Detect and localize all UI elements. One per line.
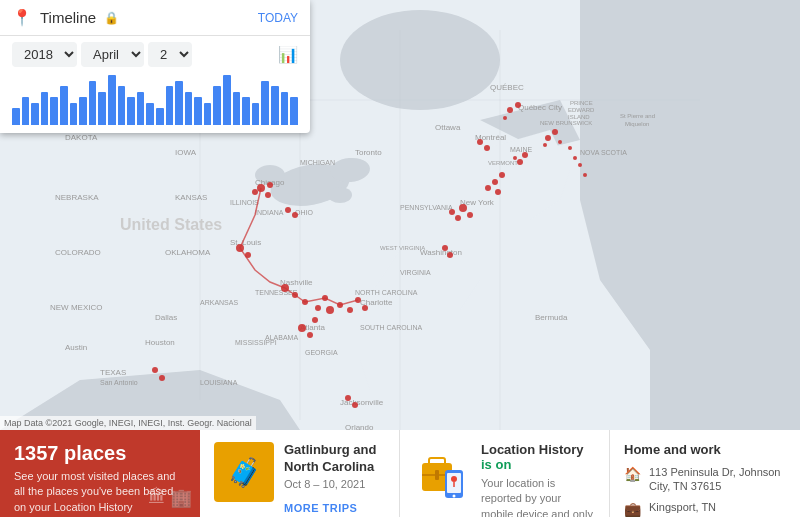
chart-bar — [89, 81, 97, 125]
svg-point-66 — [292, 212, 298, 218]
timeline-title: Timeline — [40, 9, 96, 26]
location-history-description: Your location is reported by your mobile… — [481, 476, 595, 517]
chart-bar — [60, 86, 68, 125]
map-container[interactable]: DAKOTA SOUTH DAKOTA NEBRASKA COLORADO NE… — [0, 0, 800, 430]
svg-text:Dallas: Dallas — [155, 313, 177, 322]
location-pin-icon: 📍 — [12, 8, 32, 27]
chart-bar — [290, 97, 298, 125]
chart-bar — [50, 97, 58, 125]
date-selectors: 2018 April 2 📊 — [0, 36, 310, 73]
today-button[interactable]: TODAY — [258, 11, 298, 25]
lh-title-text: Location History — [481, 442, 584, 457]
chart-bar — [233, 92, 241, 125]
chart-bar — [41, 92, 49, 125]
chart-bar — [22, 97, 30, 125]
chart-bar — [156, 108, 164, 125]
svg-point-98 — [558, 140, 562, 144]
svg-text:WEST VIRGINIA: WEST VIRGINIA — [380, 245, 425, 251]
svg-text:ALABAMA: ALABAMA — [265, 334, 298, 341]
svg-text:United States: United States — [120, 216, 222, 233]
svg-point-104 — [515, 102, 521, 108]
svg-text:PRINCE: PRINCE — [570, 100, 593, 106]
svg-point-100 — [573, 156, 577, 160]
svg-text:Orlando: Orlando — [345, 423, 374, 430]
location-history-info: Location History is on Your location is … — [481, 442, 595, 505]
svg-text:SOUTH CAROLINA: SOUTH CAROLINA — [360, 324, 423, 331]
svg-point-102 — [583, 173, 587, 177]
chart-bar — [252, 103, 260, 125]
svg-text:NEW BRUNSWICK: NEW BRUNSWICK — [540, 120, 592, 126]
work-item: 💼 Kingsport, TN — [624, 500, 786, 517]
svg-point-64 — [267, 182, 273, 188]
chart-bar — [185, 92, 193, 125]
chart-icon-button[interactable]: 📊 — [278, 45, 298, 64]
chart-bar — [213, 86, 221, 125]
svg-point-4 — [328, 187, 352, 203]
svg-text:NEBRASKA: NEBRASKA — [55, 193, 99, 202]
chart-bar — [223, 75, 231, 125]
work-location: Kingsport, TN — [649, 500, 716, 514]
card-places[interactable]: 1357 places See your most visited places… — [0, 430, 200, 517]
svg-point-90 — [495, 189, 501, 195]
svg-text:VIRGINIA: VIRGINIA — [400, 269, 431, 276]
svg-point-72 — [315, 305, 321, 311]
bottom-cards: 1357 places See your most visited places… — [0, 430, 800, 517]
svg-point-87 — [447, 252, 453, 258]
svg-point-79 — [307, 332, 313, 338]
svg-text:St. Louis: St. Louis — [230, 238, 261, 247]
svg-point-103 — [507, 107, 513, 113]
svg-text:Québec City: Québec City — [518, 103, 562, 112]
svg-text:INDIANA: INDIANA — [255, 209, 284, 216]
chart-bar — [70, 103, 78, 125]
svg-text:ISLAND: ISLAND — [568, 114, 590, 120]
timeline-panel: 📍 Timeline 🔒 TODAY 2018 April 2 📊 — [0, 0, 310, 133]
svg-text:NORTH CAROLINA: NORTH CAROLINA — [355, 289, 418, 296]
home-work-title: Home and work — [624, 442, 786, 457]
chart-bar — [175, 81, 183, 125]
chart-bar — [261, 81, 269, 125]
svg-point-63 — [265, 192, 271, 198]
svg-point-91 — [499, 172, 505, 178]
chart-bar — [12, 108, 20, 125]
svg-text:NEW MEXICO: NEW MEXICO — [50, 303, 102, 312]
chart-bar — [166, 86, 174, 125]
home-address: 113 Peninsula Dr, Johnson City, TN 37615 — [649, 465, 786, 494]
places-count: 1357 places — [14, 442, 186, 465]
svg-point-109 — [352, 402, 358, 408]
svg-text:Bermuda: Bermuda — [535, 313, 568, 322]
svg-point-86 — [442, 245, 448, 251]
svg-point-89 — [492, 179, 498, 185]
svg-text:Ottawa: Ottawa — [435, 123, 461, 132]
svg-text:ILLINOIS: ILLINOIS — [230, 199, 259, 206]
svg-text:Washington: Washington — [420, 248, 462, 257]
svg-point-62 — [252, 189, 258, 195]
chart-bar — [31, 103, 39, 125]
svg-text:NOVA SCOTIA: NOVA SCOTIA — [580, 149, 627, 156]
trip-title: Gatlinburg and North Carolina — [284, 442, 385, 476]
svg-point-97 — [543, 143, 547, 147]
day-select[interactable]: 2 — [148, 42, 192, 67]
svg-point-76 — [347, 307, 353, 313]
location-history-title: Location History is on — [481, 442, 595, 472]
svg-text:ARKANSAS: ARKANSAS — [200, 299, 238, 306]
svg-point-81 — [362, 305, 368, 311]
svg-text:TEXAS: TEXAS — [100, 368, 126, 377]
chart-bar — [108, 75, 116, 125]
bar-chart — [0, 73, 310, 133]
more-trips-button[interactable]: MORE TRIPS — [284, 502, 357, 514]
svg-text:COLORADO: COLORADO — [55, 248, 101, 257]
card-home-work: Home and work 🏠 113 Peninsula Dr, Johnso… — [610, 430, 800, 517]
svg-point-119 — [451, 476, 457, 482]
svg-text:Houston: Houston — [145, 338, 175, 347]
svg-point-108 — [345, 395, 351, 401]
timeline-title-group: 📍 Timeline 🔒 — [12, 8, 119, 27]
svg-text:IOWA: IOWA — [175, 148, 197, 157]
year-select[interactable]: 2018 — [12, 42, 77, 67]
svg-point-96 — [552, 129, 558, 135]
svg-text:Austin: Austin — [65, 343, 87, 352]
chart-bar — [146, 103, 154, 125]
location-history-svg — [417, 445, 467, 500]
home-icon: 🏠 — [624, 466, 641, 482]
lh-on-text: is on — [481, 457, 511, 472]
month-select[interactable]: April — [81, 42, 144, 67]
